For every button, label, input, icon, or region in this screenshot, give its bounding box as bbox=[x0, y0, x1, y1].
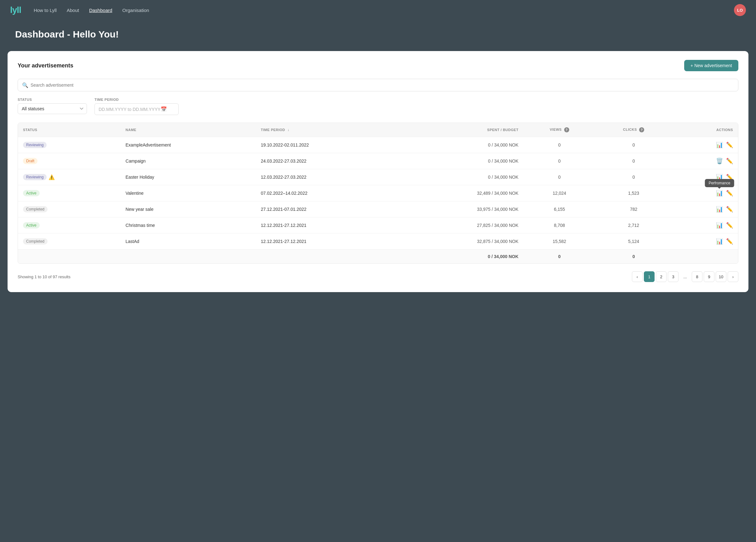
ads-table-wrapper: STATUS NAME TIME PERIOD ↓ SPENT / BUDGET… bbox=[18, 123, 738, 264]
col-spent-budget: SPENT / BUDGET bbox=[398, 123, 524, 137]
row-time-period: 07.02.2022–14.02.2022 bbox=[256, 185, 398, 201]
card-header: Your advertisements + New advertisement bbox=[18, 60, 738, 71]
status-badge: Reviewing bbox=[23, 174, 47, 180]
row-time-period: 24.03.2022-27.03.2022 bbox=[256, 153, 398, 169]
col-time-period[interactable]: TIME PERIOD ↓ bbox=[256, 123, 398, 137]
row-name: Campaign bbox=[121, 153, 256, 169]
row-actions: 📊 ✏️ bbox=[672, 169, 738, 185]
warning-icon: ⚠️ bbox=[49, 174, 55, 180]
time-period-filter-group: TIME PERIOD DD.MM.YYYY to DD.MM.YYYY 📅 bbox=[95, 98, 179, 115]
pagination-page-1[interactable]: 1 bbox=[644, 271, 655, 282]
search-wrapper: 🔍 bbox=[18, 79, 738, 91]
totals-spacer bbox=[18, 249, 398, 264]
showing-text: Showing 1 to 10 of 97 results bbox=[18, 275, 71, 279]
row-clicks: 5,124 bbox=[595, 233, 672, 249]
new-advertisement-button[interactable]: + New advertisement bbox=[684, 60, 738, 71]
user-avatar[interactable]: LO bbox=[734, 4, 746, 16]
row-actions: 📊 ✏️ bbox=[672, 217, 738, 233]
edit-icon[interactable]: ✏️ bbox=[726, 238, 733, 245]
pagination-page-3[interactable]: 3 bbox=[668, 271, 679, 282]
row-name: ExampleAdvertisement bbox=[121, 137, 256, 153]
status-badge: Draft bbox=[23, 158, 37, 164]
edit-icon[interactable]: ✏️ bbox=[726, 174, 733, 180]
totals-views: 0 bbox=[524, 249, 595, 264]
navbar: lyll How to Lyll About Dashboard Organis… bbox=[0, 0, 756, 20]
row-spent-budget: 0 / 34,000 NOK bbox=[398, 169, 524, 185]
row-actions: 📊 ✏️ bbox=[672, 137, 738, 153]
status-badge: Reviewing bbox=[23, 142, 47, 148]
row-actions: 📊 ✏️ bbox=[672, 233, 738, 249]
row-name: Valentine bbox=[121, 185, 256, 201]
table-row: Reviewing ExampleAdvertisement 19.10.202… bbox=[18, 137, 738, 153]
row-actions: 🗑️ ✏️ bbox=[672, 153, 738, 169]
totals-row: 0 / 34,000 NOK 0 0 bbox=[18, 249, 738, 264]
nav-dashboard[interactable]: Dashboard bbox=[89, 8, 112, 13]
row-clicks: 1,523 bbox=[595, 185, 672, 201]
row-spent-budget: 33,975 / 34,000 NOK bbox=[398, 201, 524, 217]
delete-icon[interactable]: 🗑️ bbox=[716, 157, 723, 164]
row-status: Active bbox=[18, 217, 121, 233]
row-status: Reviewing ⚠️ bbox=[18, 169, 121, 185]
chart-icon[interactable]: 📊 bbox=[716, 141, 723, 148]
row-views: 0 bbox=[524, 137, 595, 153]
main-card: Your advertisements + New advertisement … bbox=[8, 51, 748, 292]
table-row: Draft Campaign 24.03.2022-27.03.2022 0 /… bbox=[18, 153, 738, 169]
status-filter-group: STATUS All statuses Active Draft Reviewi… bbox=[18, 98, 87, 115]
calendar-icon: 📅 bbox=[161, 106, 167, 112]
nav-how-to-lyll[interactable]: How to Lyll bbox=[34, 8, 57, 13]
col-status: STATUS bbox=[18, 123, 121, 137]
row-name: LastAd bbox=[121, 233, 256, 249]
edit-icon[interactable]: ✏️ bbox=[726, 190, 733, 197]
edit-icon[interactable]: ✏️ bbox=[726, 222, 733, 229]
views-help-icon[interactable]: ? bbox=[564, 127, 569, 132]
status-filter-select[interactable]: All statuses Active Draft Reviewing Comp… bbox=[18, 103, 87, 114]
section-title: Your advertisements bbox=[18, 62, 73, 69]
clicks-help-icon[interactable]: ? bbox=[639, 127, 644, 132]
chart-icon[interactable]: 📊 bbox=[716, 222, 723, 229]
row-views: 0 bbox=[524, 153, 595, 169]
table-row: Active Valentine 07.02.2022–14.02.2022 3… bbox=[18, 185, 738, 201]
row-status: Active bbox=[18, 185, 121, 201]
search-input[interactable] bbox=[18, 79, 738, 91]
date-range-placeholder: DD.MM.YYYY to DD.MM.YYYY bbox=[99, 107, 161, 112]
col-actions: ACTIONS bbox=[672, 123, 738, 137]
row-status: Draft bbox=[18, 153, 121, 169]
table-row: Active Christmas time 12.12.2021-27.12.2… bbox=[18, 217, 738, 233]
status-badge: Active bbox=[23, 190, 40, 196]
date-range-input[interactable]: DD.MM.YYYY to DD.MM.YYYY 📅 bbox=[95, 103, 179, 115]
row-time-period: 12.12.2021-27.12.2021 bbox=[256, 233, 398, 249]
pagination-page-9[interactable]: 9 bbox=[704, 271, 714, 282]
pagination-page-8[interactable]: 8 bbox=[692, 271, 702, 282]
pagination-next[interactable]: › bbox=[728, 271, 738, 282]
row-views: 15,582 bbox=[524, 233, 595, 249]
chart-icon[interactable]: 📊 bbox=[716, 238, 723, 245]
chart-icon[interactable]: 📊 bbox=[716, 174, 723, 180]
edit-icon[interactable]: ✏️ bbox=[726, 141, 733, 148]
ads-table: STATUS NAME TIME PERIOD ↓ SPENT / BUDGET… bbox=[18, 123, 738, 263]
row-name: New year sale bbox=[121, 201, 256, 217]
row-status: Completed bbox=[18, 201, 121, 217]
row-views: 0 bbox=[524, 169, 595, 185]
pagination-prev[interactable]: ‹ bbox=[632, 271, 643, 282]
row-status: Reviewing bbox=[18, 137, 121, 153]
nav-organisation[interactable]: Organisation bbox=[122, 8, 149, 13]
totals-spent-budget: 0 / 34,000 NOK bbox=[398, 249, 524, 264]
chart-icon[interactable]: 📊 bbox=[716, 190, 723, 196]
row-clicks: 0 bbox=[595, 153, 672, 169]
row-time-period: 19.10.2022-02.011.2022 bbox=[256, 137, 398, 153]
table-body: Reviewing ExampleAdvertisement 19.10.202… bbox=[18, 137, 738, 264]
chart-icon[interactable]: 📊 bbox=[716, 206, 723, 213]
row-spent-budget: 0 / 34,000 NOK bbox=[398, 137, 524, 153]
pagination-page-2[interactable]: 2 bbox=[656, 271, 667, 282]
nav-about[interactable]: About bbox=[67, 8, 79, 13]
brand-logo[interactable]: lyll bbox=[10, 5, 21, 15]
edit-icon[interactable]: ✏️ bbox=[726, 206, 733, 213]
status-badge: Completed bbox=[23, 206, 48, 212]
table-row: Completed LastAd 12.12.2021-27.12.2021 3… bbox=[18, 233, 738, 249]
pagination-page-10[interactable]: 10 bbox=[716, 271, 726, 282]
page-header: Dashboard - Hello You! bbox=[0, 20, 756, 51]
filters-row: STATUS All statuses Active Draft Reviewi… bbox=[18, 98, 738, 115]
col-clicks: CLICKS ? bbox=[595, 123, 672, 137]
row-name: Easter Holiday bbox=[121, 169, 256, 185]
edit-icon[interactable]: ✏️ bbox=[726, 157, 733, 164]
